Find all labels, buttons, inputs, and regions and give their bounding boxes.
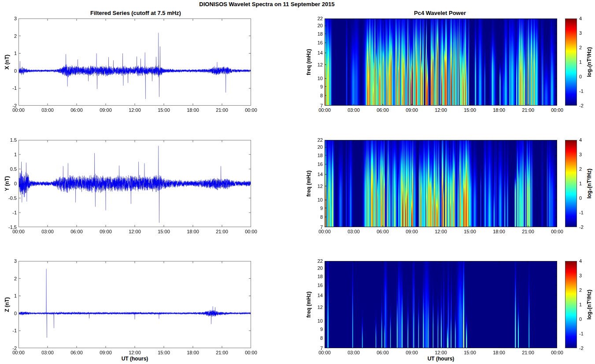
y-wavelet-spectrogram bbox=[325, 140, 557, 227]
x-tick-label: 09:00 bbox=[100, 107, 112, 113]
colorbar-tick-label: 1 bbox=[579, 59, 582, 65]
x-tick-label: 21:00 bbox=[522, 229, 534, 234]
x-tick-label: 15:00 bbox=[464, 107, 476, 113]
x-tick-label: 00:00 bbox=[551, 350, 563, 355]
ut-hours-label-right: UT (hours) bbox=[428, 356, 455, 362]
colorbar-tick-label: 0 bbox=[579, 316, 582, 322]
x-tick-label: 03:00 bbox=[347, 107, 360, 113]
x-tick-label: 21:00 bbox=[522, 107, 534, 113]
x-wavelet-spectrogram bbox=[325, 18, 557, 106]
freq-tick-label: 18 bbox=[309, 274, 323, 279]
y-tick-label: 1 bbox=[3, 51, 17, 56]
colorbar-tick-label: -2 bbox=[579, 224, 584, 230]
freq-tick-label: 16 bbox=[309, 162, 323, 167]
x-tick-label: 09:00 bbox=[406, 229, 418, 234]
x-tick-label: 18:00 bbox=[493, 350, 505, 355]
freq-tick-label: 20 bbox=[309, 23, 323, 28]
colorbar-tick-label: 4 bbox=[579, 258, 582, 264]
colorbar-tick-label: 1 bbox=[579, 181, 582, 186]
x-tick-label: 06:00 bbox=[70, 107, 83, 113]
freq-tick-label: 22 bbox=[309, 16, 323, 21]
y-tick-label: 0 bbox=[3, 181, 17, 186]
y-tick-label: 3 bbox=[3, 16, 17, 21]
z-axis-label: Z (nT) bbox=[4, 297, 10, 312]
colorbar-y bbox=[565, 140, 577, 227]
y-tick-label: 0 bbox=[3, 311, 17, 316]
z-wavelet-spectrogram bbox=[325, 261, 557, 348]
x-tick-label: 18:00 bbox=[187, 350, 199, 355]
x-tick-label: 18:00 bbox=[187, 107, 199, 113]
colorbar-tick-label: 2 bbox=[579, 166, 582, 172]
x-tick-label: 15:00 bbox=[158, 229, 170, 234]
y-series-plot bbox=[18, 140, 251, 227]
freq-tick-label: 22 bbox=[309, 137, 323, 143]
colorbar-x bbox=[565, 18, 577, 106]
wavelet-spectra-figure: DIONISOS Wavelet Spectra on 11 September… bbox=[0, 0, 595, 364]
x-tick-label: 09:00 bbox=[100, 229, 112, 234]
y-tick-label: 0.5 bbox=[3, 166, 17, 172]
x-tick-label: 06:00 bbox=[377, 229, 389, 234]
freq-tick-label: 10 bbox=[309, 197, 323, 202]
y-tick-label: -1 bbox=[3, 328, 17, 333]
freq-tick-label: 16 bbox=[309, 283, 323, 288]
x-tick-label: 18:00 bbox=[493, 229, 505, 234]
colorbar-tick-label: -2 bbox=[579, 103, 584, 108]
freq-tick-label: 7 bbox=[309, 224, 323, 230]
freq-tick-label: 10 bbox=[309, 318, 323, 324]
freq-tick-label: 7 bbox=[309, 346, 323, 351]
colorbar-tick-label: -2 bbox=[579, 346, 584, 351]
colorbar-tick-label: 4 bbox=[579, 16, 582, 21]
y-tick-label: -2 bbox=[3, 103, 17, 108]
x-tick-label: 06:00 bbox=[377, 107, 389, 113]
z-series-plot bbox=[18, 261, 251, 348]
colorbar-label-row3: log₂(nT²/Hz) bbox=[586, 290, 592, 320]
colorbar-tick-label: 3 bbox=[579, 30, 582, 36]
x-tick-label: 06:00 bbox=[70, 350, 83, 355]
y-tick-label: -1 bbox=[3, 210, 17, 215]
freq-tick-label: 14 bbox=[309, 50, 323, 55]
x-axis-label: X (nT) bbox=[4, 55, 10, 70]
x-tick-label: 06:00 bbox=[377, 350, 389, 355]
freq-tick-label: 9 bbox=[309, 206, 323, 211]
freq-tick-label: 14 bbox=[309, 293, 323, 298]
colorbar-label-row2: log₂(nT²/Hz) bbox=[586, 169, 592, 199]
freq-tick-label: 8 bbox=[309, 214, 323, 220]
x-tick-label: 12:00 bbox=[129, 229, 141, 234]
y-tick-label: -0.5 bbox=[3, 195, 17, 201]
y-tick-label: 0 bbox=[3, 68, 17, 74]
x-tick-label: 03:00 bbox=[41, 350, 54, 355]
freq-tick-label: 20 bbox=[309, 265, 323, 271]
y-tick-label: 1 bbox=[3, 152, 17, 157]
x-tick-label: 00:00 bbox=[551, 107, 563, 113]
colorbar-tick-label: 3 bbox=[579, 273, 582, 278]
x-tick-label: 18:00 bbox=[493, 107, 505, 113]
x-tick-label: 09:00 bbox=[406, 350, 418, 355]
colorbar-tick-label: 3 bbox=[579, 152, 582, 157]
colorbar-tick-label: 2 bbox=[579, 287, 582, 293]
x-tick-label: 21:00 bbox=[216, 350, 228, 355]
freq-tick-label: 10 bbox=[309, 76, 323, 81]
x-tick-label: 15:00 bbox=[158, 350, 170, 355]
x-tick-label: 21:00 bbox=[522, 350, 534, 355]
freq-tick-label: 20 bbox=[309, 144, 323, 150]
x-tick-label: 12:00 bbox=[435, 229, 447, 234]
x-tick-label: 00:00 bbox=[551, 229, 563, 234]
freq-tick-label: 7 bbox=[309, 103, 323, 108]
x-tick-label: 15:00 bbox=[158, 107, 170, 113]
colorbar-tick-label: 1 bbox=[579, 302, 582, 307]
freq-tick-label: 16 bbox=[309, 40, 323, 45]
ut-hours-label-left: UT (hours) bbox=[122, 356, 148, 362]
y-tick-label: 3 bbox=[3, 258, 17, 264]
x-tick-label: 12:00 bbox=[129, 107, 141, 113]
colorbar-tick-label: -1 bbox=[579, 88, 584, 94]
colorbar-tick-label: -1 bbox=[579, 210, 584, 215]
freq-tick-label: 8 bbox=[309, 93, 323, 98]
freq-tick-label: 12 bbox=[309, 184, 323, 189]
colorbar-tick-label: -1 bbox=[579, 331, 584, 336]
y-tick-label: -2 bbox=[3, 346, 17, 351]
freq-tick-label: 8 bbox=[309, 335, 323, 341]
freq-tick-label: 9 bbox=[309, 327, 323, 332]
x-tick-label: 03:00 bbox=[41, 229, 54, 234]
x-tick-label: 00:00 bbox=[245, 350, 257, 355]
y-tick-label: 2 bbox=[3, 33, 17, 39]
